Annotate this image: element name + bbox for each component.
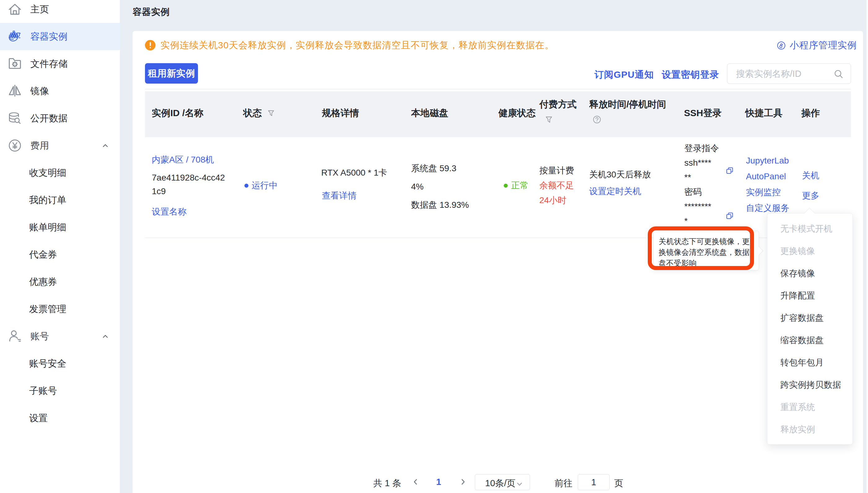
prev-page-icon[interactable] [411,477,420,487]
sidebar-group-billing[interactable]: 费用 [0,132,120,159]
menu-item-change-image[interactable]: 更换镜像 [767,240,852,262]
chevron-up-icon[interactable] [102,333,109,340]
menu-item-release-instance[interactable]: 释放实例 [767,419,852,441]
col-header-status: 状态 [243,108,275,118]
sidebar-item-sub-accounts[interactable]: 子账号 [0,377,120,404]
menu-item-cardless-boot[interactable]: 无卡模式开机 [767,218,852,240]
copy-icon [725,212,734,220]
menu-item-expand-disk[interactable]: 扩容数据盘 [767,307,852,329]
docker-icon [9,30,21,43]
sidebar-item-income-expense[interactable]: 收支明细 [0,159,120,187]
jupyterlab-link[interactable]: JupyterLab [746,153,789,169]
instance-status: 运行中 [245,181,278,190]
sidebar-item-coupons[interactable]: 优惠券 [0,268,120,296]
copy-password-icon[interactable] [725,212,734,220]
sidebar-item-home[interactable]: 主页 [0,0,120,23]
instance-id: 7ae411928c-4cc421c9 [152,171,229,198]
sidebar-item-label: 容器实例 [30,30,67,43]
menu-item-cross-instance-copy[interactable]: 跨实例拷贝数据 [767,374,852,396]
filter-funnel-icon[interactable] [267,109,275,117]
yuan-circle-icon [9,140,21,152]
health-status: 正常 [504,181,528,190]
warning-text: 实例连续关机30天会释放实例，实例释放会导致数据清空且不可恢复，释放前实例在数据… [161,39,554,52]
row-actions: 关机 更多 [802,165,819,206]
disk-usage: 系统盘 59.34% 数据盘 13.93% [411,159,469,214]
col-header-tools: 快捷工具 [745,108,783,118]
password-label: 密码 [684,185,719,199]
sidebar-item-instances[interactable]: 容器实例 [0,23,120,50]
chevron-up-icon[interactable] [102,142,109,149]
miniprogram-link-label: 小程序管理实例 [790,39,857,52]
sidebar-item-label: 文件存储 [30,58,67,70]
chevron-right-icon [459,477,467,487]
folder-gear-icon [9,58,21,70]
sidebar-item-label: 收支明细 [29,167,66,179]
menu-item-reset-system[interactable]: 重置系统 [767,396,852,419]
sidebar-item-label: 账号 [30,330,49,343]
ssh-key-login-link[interactable]: 设置密钥登录 [662,68,719,81]
filter-funnel-icon[interactable] [545,115,553,124]
rent-new-instance-button[interactable]: 租用新实例 [145,63,198,84]
sidebar-item-label: 设置 [29,412,48,425]
subscribe-gpu-link[interactable]: 订阅GPU通知 [594,68,654,81]
col-header-spec: 规格详情 [322,108,359,118]
page-title: 容器实例 [132,6,170,18]
sidebar-item-bills[interactable]: 账单明细 [0,214,120,241]
sidebar-item-images[interactable]: 镜像 [0,78,120,105]
instance-region-link[interactable]: 内蒙A区 / 708机 [152,154,214,166]
menu-item-resize-config[interactable]: 升降配置 [767,284,852,307]
schedule-shutdown-link[interactable]: 设置定时关机 [589,183,651,200]
goto-page-input[interactable] [578,474,610,490]
folder-gear-icon [9,58,21,70]
menu-item-save-image[interactable]: 保存镜像 [767,262,852,284]
page-size-value: 10条/页 [485,477,515,490]
page-size-select[interactable]: 10条/页 [475,474,530,490]
sidebar-item-public-data[interactable]: 公开数据 [0,105,120,132]
mirror-icon [9,85,21,97]
question-circle-icon[interactable] [593,115,601,124]
instance-row: 内蒙A区 / 708机 7ae411928c-4cc421c9 设置名称 运行中… [145,137,851,238]
sidebar-item-label: 我的订单 [29,194,66,207]
col-header-ssh: SSH登录 [684,108,722,118]
current-page-number[interactable]: 1 [436,477,441,487]
sidebar-item-label: 账号安全 [29,357,66,370]
billing-cell: 按量计费 余额不足24小时 [539,163,576,208]
sidebar-item-invoices[interactable]: 发票管理 [0,296,120,323]
sidebar-item-account-security[interactable]: 账号安全 [0,350,120,377]
set-name-link[interactable]: 设置名称 [152,206,187,218]
instance-spec: RTX A5000 * 1卡 [321,167,387,179]
data-disk: 数据盘 13.93% [411,196,469,214]
sidebar-item-settings[interactable]: 设置 [0,404,120,432]
search-input[interactable] [736,64,829,84]
status-dot [245,184,249,188]
search-icon[interactable] [834,69,843,79]
pagination-total: 共 1 条 [373,477,401,490]
toolbar-table-divider [145,89,851,89]
ssh-command-label: 登录指令 [684,141,719,155]
more-link[interactable]: 更多 [802,186,819,206]
database-search-icon [9,112,21,125]
shutdown-link[interactable]: 关机 [802,165,819,186]
sidebar-item-label: 优惠券 [29,276,57,288]
next-page-icon[interactable] [459,477,467,487]
menu-item-shrink-disk[interactable]: 缩容数据盘 [767,329,852,351]
sidebar-item-file-storage[interactable]: 文件存储 [0,50,120,78]
yuan-circle-icon [9,140,21,152]
instance-monitor-link[interactable]: 实例监控 [746,184,789,200]
autopanel-link[interactable]: AutoPanel [746,169,789,184]
sidebar-group-account[interactable]: 账号 [0,323,120,350]
home-icon [9,3,21,16]
warning-icon [145,40,155,50]
miniprogram-manage-link[interactable]: 小程序管理实例 [777,39,857,52]
sidebar-item-vouchers[interactable]: 代金券 [0,241,120,268]
filter-funnel-icon [267,109,275,117]
copy-ssh-icon[interactable] [725,166,734,175]
chevron-left-icon [411,477,420,487]
ssh-command-masked: ssh****** [684,155,713,185]
sidebar-item-my-orders[interactable]: 我的订单 [0,187,120,214]
release-warning-banner: 实例连续关机30天会释放实例，实例释放会导致数据清空且不可恢复，释放前实例在数据… [145,40,554,51]
menu-item-convert-subscription[interactable]: 转包年包月 [767,351,852,374]
sidebar-item-label: 主页 [30,3,49,16]
view-detail-link[interactable]: 查看详情 [322,190,357,201]
chevron-up-icon [102,142,109,149]
